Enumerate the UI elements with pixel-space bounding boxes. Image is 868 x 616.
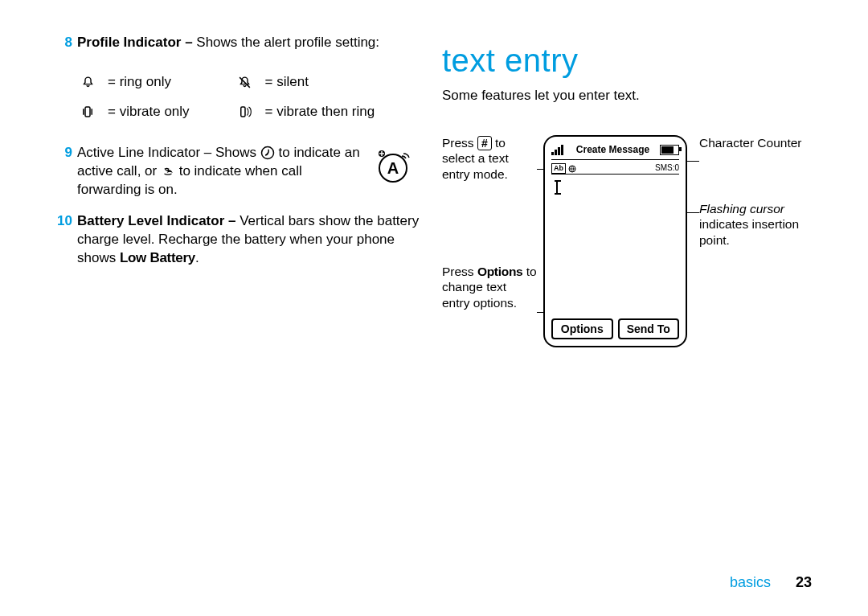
forward-icon <box>161 163 179 179</box>
callout-text: Press <box>442 136 477 150</box>
list-item-8: 8 Profile Indicator – Shows the alert pr… <box>50 34 420 52</box>
signal-icon <box>551 144 566 155</box>
callout-entry-mode: Press # to select a text entry mode. <box>442 135 537 182</box>
bell-slash-icon <box>236 73 254 92</box>
callout-bold: Options <box>477 265 522 278</box>
battery-icon <box>660 145 679 155</box>
softkey-options: Options <box>551 318 613 339</box>
svg-rect-2 <box>240 107 244 117</box>
sms-counter: SMS:0 <box>655 162 679 174</box>
profile-vibrate-then-ring: = vibrate then ring <box>265 98 385 126</box>
profile-ring-only: = ring only <box>108 68 199 97</box>
callout-text: Press <box>442 265 477 278</box>
item-label: Active Line Indicator – <box>77 145 211 160</box>
text-entry-diagram: Press # to select a text entry mode. Pre… <box>442 129 820 362</box>
profile-vibrate-only: = vibrate only <box>108 98 199 126</box>
bell-icon <box>79 73 96 92</box>
cursor-icon <box>556 181 558 194</box>
item-desc-a: Shows <box>211 145 260 160</box>
screen-title: Create Message <box>566 143 660 156</box>
profile-table: = ring only = silent = vibrate only <box>77 67 386 128</box>
text-area <box>551 174 679 315</box>
svg-rect-1 <box>85 107 90 117</box>
footer-section: basics <box>730 574 771 590</box>
item-label: Battery Level Indicator – <box>77 213 235 228</box>
page-number: 23 <box>796 574 812 590</box>
low-battery-text: Low Battery <box>120 250 195 265</box>
section-intro: Some features let you enter text. <box>442 87 820 105</box>
section-heading: text entry <box>442 39 820 82</box>
item-number: 10 <box>50 212 77 268</box>
list-item-10: 10 Battery Level Indicator – Vertical ba… <box>50 212 420 268</box>
callout-options: Press Options to change text entry optio… <box>442 264 537 310</box>
callout-cursor: Flashing cursor indicates insertion poin… <box>699 201 804 248</box>
item-number: 9 <box>50 144 77 199</box>
hash-key-icon: # <box>477 136 492 150</box>
callout-text: indicates insertion point. <box>699 217 799 246</box>
globe-icon <box>568 162 576 174</box>
item-number: 8 <box>50 34 77 52</box>
phone-active-icon <box>260 145 279 160</box>
feature-icon: A <box>375 147 411 184</box>
item-desc-b: . <box>195 250 199 265</box>
item-desc: Shows the alert profile setting: <box>193 35 379 50</box>
profile-silent: = silent <box>265 68 385 97</box>
vibrate-icon <box>79 103 96 121</box>
entry-mode-indicator: Ab <box>551 163 566 174</box>
callout-char-counter: Character Counter <box>699 135 804 150</box>
callout-italic: Flashing cursor <box>699 202 784 216</box>
softkey-send-to: Send To <box>618 318 680 339</box>
svg-text:A: A <box>387 159 399 177</box>
phone-mock: Create Message Ab SMS:0 Options Send To <box>543 135 687 347</box>
page-footer: basics 23 <box>730 573 812 592</box>
item-label: Profile Indicator – <box>77 35 193 50</box>
vibrate-ring-icon <box>236 103 254 121</box>
